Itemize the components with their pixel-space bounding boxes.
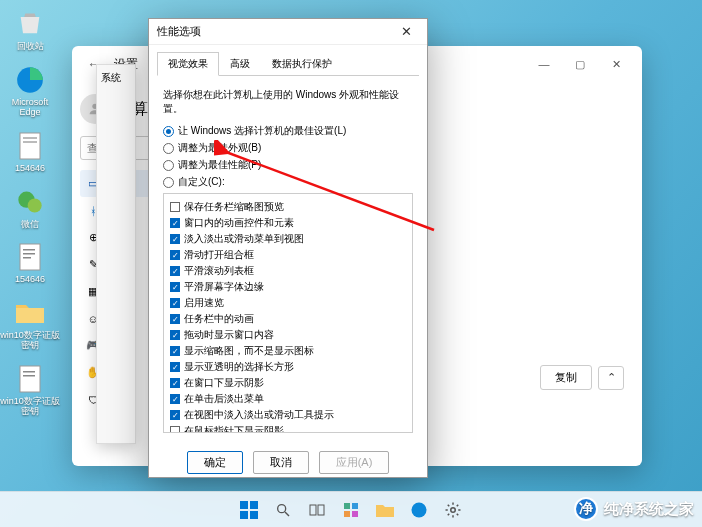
tab-dep[interactable]: 数据执行保护 bbox=[261, 52, 343, 76]
desktop-icon-txt1[interactable]: 154646 bbox=[0, 241, 60, 285]
checkbox-icon: ✓ bbox=[170, 378, 180, 388]
radio-option-3[interactable]: 自定义(C): bbox=[163, 175, 413, 189]
svg-rect-8 bbox=[23, 253, 35, 255]
taskbar-taskview-icon[interactable] bbox=[303, 496, 331, 524]
minimize-button[interactable]: — bbox=[526, 50, 562, 78]
checkbox-label: 显示亚透明的选择长方形 bbox=[184, 360, 294, 374]
svg-rect-11 bbox=[23, 371, 35, 373]
close-button[interactable]: ✕ bbox=[598, 50, 634, 78]
desktop: 回收站 Microsoft Edge 154646 微信 154646 win1… bbox=[0, 0, 60, 527]
svg-line-20 bbox=[285, 512, 289, 516]
checkbox-option-13[interactable]: ✓在视图中淡入淡出或滑动工具提示 bbox=[170, 408, 406, 422]
taskbar-widgets-icon[interactable] bbox=[337, 496, 365, 524]
tab-visual-effects[interactable]: 视觉效果 bbox=[157, 52, 219, 76]
checkbox-option-8[interactable]: ✓拖动时显示窗口内容 bbox=[170, 328, 406, 342]
checkbox-icon: ✓ bbox=[170, 250, 180, 260]
checkbox-label: 在视图中淡入淡出或滑动工具提示 bbox=[184, 408, 334, 422]
checkbox-icon: ✓ bbox=[170, 218, 180, 228]
svg-rect-9 bbox=[23, 257, 31, 259]
checkbox-option-2[interactable]: ✓淡入淡出或滑动菜单到视图 bbox=[170, 232, 406, 246]
checkbox-icon bbox=[170, 202, 180, 212]
checkbox-label: 滑动打开组合框 bbox=[184, 248, 254, 262]
radio-label: 调整为最佳性能(P) bbox=[178, 158, 261, 172]
perf-button-row: 确定 取消 应用(A) bbox=[149, 441, 427, 484]
checkbox-label: 显示缩略图，而不是显示图标 bbox=[184, 344, 314, 358]
taskbar-edge-icon[interactable] bbox=[405, 496, 433, 524]
checkbox-option-12[interactable]: ✓在单击后淡出菜单 bbox=[170, 392, 406, 406]
cancel-button[interactable]: 取消 bbox=[253, 451, 309, 474]
desktop-icon-recycle[interactable]: 回收站 bbox=[0, 8, 60, 52]
checkbox-label: 在窗口下显示阴影 bbox=[184, 376, 264, 390]
checkbox-icon: ✓ bbox=[170, 298, 180, 308]
checkbox-option-9[interactable]: ✓显示缩略图，而不是显示图标 bbox=[170, 344, 406, 358]
checkbox-option-7[interactable]: ✓任务栏中的动画 bbox=[170, 312, 406, 326]
radio-icon bbox=[163, 143, 174, 154]
checkbox-label: 平滑滚动列表框 bbox=[184, 264, 254, 278]
watermark-text: 纯净系统之家 bbox=[604, 500, 694, 519]
svg-rect-22 bbox=[318, 505, 324, 515]
checkbox-icon: ✓ bbox=[170, 394, 180, 404]
maximize-button[interactable]: ▢ bbox=[562, 50, 598, 78]
svg-rect-26 bbox=[352, 511, 358, 517]
checkbox-icon: ✓ bbox=[170, 266, 180, 276]
checkbox-label: 在单击后淡出菜单 bbox=[184, 392, 264, 406]
checkbox-option-3[interactable]: ✓滑动打开组合框 bbox=[170, 248, 406, 262]
radio-icon bbox=[163, 177, 174, 188]
radio-option-0[interactable]: 让 Windows 选择计算机的最佳设置(L) bbox=[163, 124, 413, 138]
checkbox-option-0[interactable]: 保存任务栏缩略图预览 bbox=[170, 200, 406, 214]
desktop-icon-file1[interactable]: 154646 bbox=[0, 130, 60, 174]
copy-button[interactable]: 复制 bbox=[540, 365, 592, 390]
svg-rect-24 bbox=[352, 503, 358, 509]
start-button[interactable] bbox=[235, 496, 263, 524]
radio-icon bbox=[163, 160, 174, 171]
checkbox-option-6[interactable]: ✓启用速览 bbox=[170, 296, 406, 310]
svg-rect-25 bbox=[344, 511, 350, 517]
checkbox-option-5[interactable]: ✓平滑屏幕字体边缘 bbox=[170, 280, 406, 294]
checkbox-option-14[interactable]: 在鼠标指针下显示阴影 bbox=[170, 424, 406, 433]
radio-option-1[interactable]: 调整为最佳外观(B) bbox=[163, 141, 413, 155]
taskbar-search-icon[interactable] bbox=[269, 496, 297, 524]
checkbox-label: 窗口内的动画控件和元素 bbox=[184, 216, 294, 230]
svg-rect-3 bbox=[23, 141, 37, 143]
radio-label: 自定义(C): bbox=[178, 175, 225, 189]
tab-advanced[interactable]: 高级 bbox=[219, 52, 261, 76]
desktop-icon-folder[interactable]: win10数字证版密钥 bbox=[0, 297, 60, 351]
checkbox-label: 任务栏中的动画 bbox=[184, 312, 254, 326]
desktop-icon-wechat[interactable]: 微信 bbox=[0, 186, 60, 230]
svg-rect-21 bbox=[310, 505, 316, 515]
checkbox-option-11[interactable]: ✓在窗口下显示阴影 bbox=[170, 376, 406, 390]
svg-rect-7 bbox=[23, 249, 35, 251]
checkbox-option-1[interactable]: ✓窗口内的动画控件和元素 bbox=[170, 216, 406, 230]
perf-close-button[interactable]: ✕ bbox=[393, 22, 419, 42]
performance-options-dialog: 性能选项 ✕ 视觉效果 高级 数据执行保护 选择你想在此计算机上使用的 Wind… bbox=[148, 18, 428, 478]
taskbar-explorer-icon[interactable] bbox=[371, 496, 399, 524]
checkbox-label: 保存任务栏缩略图预览 bbox=[184, 200, 284, 214]
radio-option-2[interactable]: 调整为最佳性能(P) bbox=[163, 158, 413, 172]
expand-button[interactable]: ⌃ bbox=[598, 366, 624, 390]
perf-body: 选择你想在此计算机上使用的 Windows 外观和性能设置。 让 Windows… bbox=[149, 76, 427, 441]
svg-rect-23 bbox=[344, 503, 350, 509]
radio-icon bbox=[163, 126, 174, 137]
checkbox-label: 淡入淡出或滑动菜单到视图 bbox=[184, 232, 304, 246]
checkbox-icon: ✓ bbox=[170, 314, 180, 324]
svg-rect-18 bbox=[250, 511, 258, 519]
svg-point-28 bbox=[451, 507, 456, 512]
taskbar-settings-icon[interactable] bbox=[439, 496, 467, 524]
desktop-icon-txt2[interactable]: win10数字证版密钥 bbox=[0, 363, 60, 417]
checkbox-option-4[interactable]: ✓平滑滚动列表框 bbox=[170, 264, 406, 278]
svg-point-5 bbox=[28, 198, 42, 212]
checkbox-option-10[interactable]: ✓显示亚透明的选择长方形 bbox=[170, 360, 406, 374]
svg-rect-15 bbox=[240, 501, 248, 509]
ok-button[interactable]: 确定 bbox=[187, 451, 243, 474]
checkbox-label: 在鼠标指针下显示阴影 bbox=[184, 424, 284, 433]
checkbox-icon: ✓ bbox=[170, 234, 180, 244]
checkbox-icon bbox=[170, 426, 180, 433]
svg-point-27 bbox=[412, 502, 427, 517]
perf-title: 性能选项 bbox=[157, 24, 201, 39]
svg-rect-17 bbox=[240, 511, 248, 519]
checkbox-icon: ✓ bbox=[170, 282, 180, 292]
svg-rect-16 bbox=[250, 501, 258, 509]
desktop-icon-edge[interactable]: Microsoft Edge bbox=[0, 64, 60, 118]
checkbox-icon: ✓ bbox=[170, 362, 180, 372]
svg-rect-10 bbox=[20, 366, 40, 392]
